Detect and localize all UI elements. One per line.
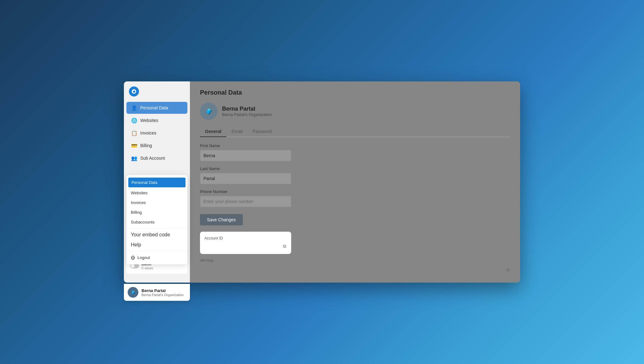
sub-account-icon: 👥 [131, 155, 137, 161]
dropdown-item-subaccounts[interactable]: Subaccounts [126, 217, 187, 227]
page-title: Personal Data [200, 89, 510, 96]
profile-info: Berna Partal Berna Partal's Organization [222, 106, 272, 117]
first-name-group: First Name [200, 143, 510, 161]
account-id-label: Account ID [204, 236, 287, 240]
sidebar-item-billing[interactable]: 💳 Billing [126, 140, 187, 152]
invoices-icon: 📋 [131, 130, 137, 136]
app-window: 👤 Personal Data 🌐 Websites 📋 Invoices 💳 … [124, 81, 520, 283]
tab-password[interactable]: Password [247, 126, 277, 137]
logout-icon: ⏻ [131, 255, 135, 260]
profile-org: Berna Partal's Organization [222, 112, 272, 117]
sidebar-item-label: Websites [140, 118, 158, 123]
last-name-group: Last Name [200, 166, 510, 184]
user-bar-name: Berna Partal [142, 288, 184, 293]
user-bar-info: Berna Partal Berna Partal's Organization [142, 288, 184, 297]
last-name-label: Last Name [200, 166, 510, 171]
phone-label: Phone Number [200, 189, 510, 194]
logo-icon [129, 86, 139, 97]
account-id-card: Account ID ⧉ [200, 232, 291, 254]
api-key-label: API Key [200, 258, 510, 263]
billing-icon: 💳 [131, 143, 137, 148]
sidebar: 👤 Personal Data 🌐 Websites 📋 Invoices 💳 … [124, 81, 190, 283]
dropdown-divider-2 [126, 251, 187, 251]
dropdown-item-billing[interactable]: Billing [126, 207, 187, 217]
embed-code-link[interactable]: Your embed code [126, 230, 187, 240]
tabs: General Email Password [200, 126, 510, 137]
plan-views: 0 views [142, 266, 153, 270]
profile-name: Berna Partal [222, 106, 272, 112]
first-name-label: First Name [200, 143, 510, 148]
sidebar-item-label: Billing [140, 143, 152, 148]
logo [124, 86, 190, 102]
tab-general[interactable]: General [200, 126, 226, 137]
sidebar-item-label: Invoices [140, 130, 156, 135]
avatar-icon: 🧳 [130, 290, 136, 295]
personal-data-icon: 👤 [131, 105, 137, 111]
profile-header: 🧳 Berna Partal Berna Partal's Organizati… [200, 102, 510, 120]
account-id-field: ⧉ [204, 243, 287, 250]
main-content: Personal Data 🧳 Berna Partal Berna Parta… [190, 81, 520, 283]
sidebar-item-sub-account[interactable]: 👥 Sub Account [126, 152, 187, 164]
tab-email[interactable]: Email [226, 126, 247, 137]
phone-input[interactable] [200, 196, 291, 207]
user-bar-org: Berna Partal's Organization [142, 293, 184, 297]
sidebar-item-personal-data[interactable]: 👤 Personal Data [126, 102, 187, 114]
sidebar-user-bar[interactable]: 🧳 Berna Partal Berna Partal's Organizati… [124, 284, 190, 301]
logo-inner [132, 89, 136, 94]
api-key-field: ⧉ [200, 265, 510, 275]
last-name-input[interactable] [200, 173, 291, 184]
sidebar-item-label: Personal Data [140, 105, 168, 110]
websites-icon: 🌐 [131, 118, 137, 123]
sidebar-dropdown: Personal Data Websites Invoices Billing … [126, 175, 187, 264]
dropdown-divider [126, 228, 187, 229]
copy-account-id-button[interactable]: ⧉ [282, 243, 287, 250]
help-link[interactable]: Help [126, 240, 187, 250]
sidebar-item-websites[interactable]: 🌐 Websites [126, 114, 187, 126]
phone-group: Phone Number [200, 189, 510, 207]
sidebar-item-invoices[interactable]: 📋 Invoices [126, 127, 187, 139]
user-bar-avatar: 🧳 [128, 287, 138, 298]
dropdown-item-websites[interactable]: Websites [126, 188, 187, 198]
sidebar-item-label: Sub Account [140, 156, 165, 161]
save-changes-button[interactable]: Save Changes [200, 214, 243, 225]
api-key-group: API Key ⧉ [200, 258, 510, 275]
logout-label: Logout [137, 255, 150, 260]
dropdown-item-personal-data[interactable]: Personal Data [128, 178, 186, 187]
avatar-briefcase-icon: 🧳 [205, 107, 213, 115]
copy-api-key-button[interactable]: ⧉ [506, 267, 510, 273]
logout-button[interactable]: ⏻ Logout [126, 253, 187, 262]
dropdown-item-invoices[interactable]: Invoices [126, 198, 187, 207]
profile-avatar: 🧳 [200, 102, 218, 120]
first-name-input[interactable] [200, 150, 291, 161]
